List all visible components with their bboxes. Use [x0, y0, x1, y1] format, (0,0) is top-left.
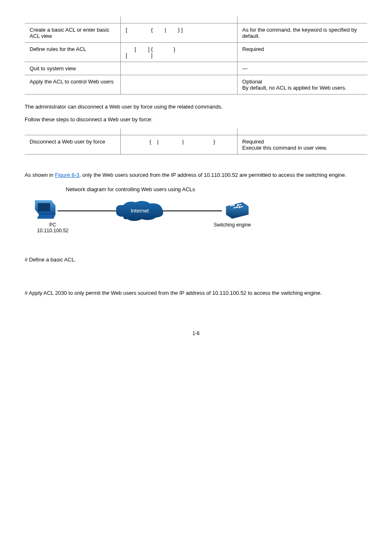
cmd-cell [121, 75, 238, 95]
acl-config-table: Create a basic ACL or enter basic ACL vi… [25, 16, 367, 95]
svg-text:Internet: Internet [131, 208, 149, 214]
switch-label: Switching engine [214, 222, 251, 228]
table-row: Apply the ACL to control Web users Optio… [25, 75, 367, 95]
desc-cell: Required [237, 43, 367, 62]
table-row: Define rules for the ACL [ ] { } [ ] Req… [25, 43, 367, 62]
desc-cell: — [237, 62, 367, 75]
pc-icon [33, 198, 58, 222]
desc-cell: Required Execute this command in user vi… [237, 135, 367, 154]
table-row: Disconnect a Web user by force { | | } R… [25, 135, 367, 154]
cmd-cell [121, 62, 238, 75]
op-cell: Apply the ACL to control Web users [25, 75, 121, 95]
step-text: # Define a basic ACL. [25, 256, 367, 264]
pc-label: PC 10.110.100.52 [37, 222, 69, 234]
connection-line [162, 210, 222, 211]
step-text: # Apply ACL 2030 to only permit the Web … [25, 289, 367, 298]
body-text: Follow these steps to disconnect a Web u… [25, 116, 367, 124]
table-row: Quit to system view — [25, 62, 367, 75]
body-text: As shown in Figure 8-3, only the Web use… [25, 171, 367, 180]
disconnect-table: Disconnect a Web user by force { | | } R… [25, 128, 367, 155]
network-diagram: PC 10.110.100.52 Internet [25, 198, 367, 243]
svg-rect-0 [38, 203, 50, 211]
op-cell: Define rules for the ACL [25, 43, 121, 62]
desc-cell: As for the command, the keyword is speci… [237, 23, 367, 43]
body-text: The administrator can disconnect a Web u… [25, 103, 367, 111]
figure-caption: Network diagram for controlling Web user… [25, 185, 367, 194]
op-cell: Create a basic ACL or enter basic ACL vi… [25, 23, 121, 43]
cmd-cell: [ ] { } [ ] [121, 43, 238, 62]
table-row: Create a basic ACL or enter basic ACL vi… [25, 23, 367, 43]
desc-cell: Optional By default, no ACL is applied f… [237, 75, 367, 95]
op-cell: Disconnect a Web user by force [25, 135, 121, 154]
figure-link[interactable]: Figure 8-3 [55, 172, 79, 178]
cmd-cell: { | | } [121, 135, 238, 154]
internet-cloud: Internet [113, 200, 166, 224]
cmd-cell: [ { | } ] [121, 23, 238, 43]
page-number: 1-6 [25, 331, 367, 336]
connection-line [58, 210, 119, 211]
switch-icon [222, 200, 251, 222]
op-cell: Quit to system view [25, 62, 121, 75]
